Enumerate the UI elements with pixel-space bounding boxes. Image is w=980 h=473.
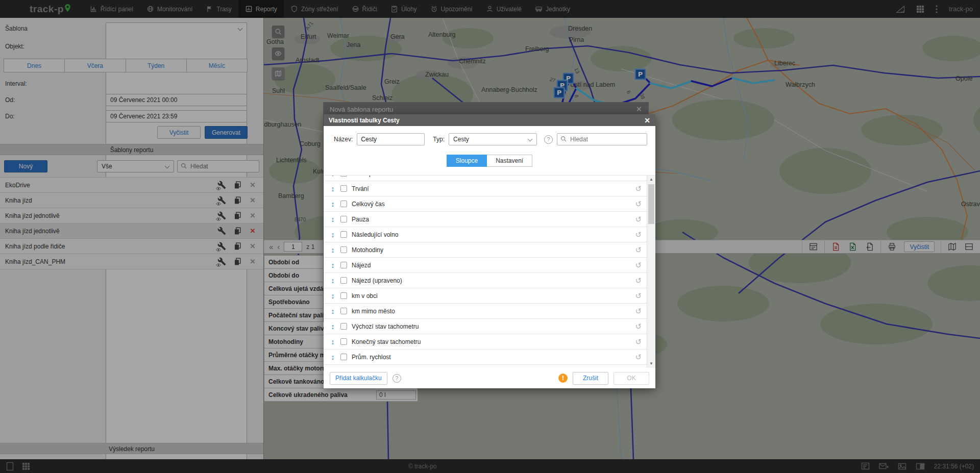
name-label: Název:	[334, 136, 353, 143]
column-list-item[interactable]: ↕ km v obci ↺	[324, 288, 647, 304]
column-label: km v obci	[352, 292, 378, 300]
column-label: Konečný stav tachometru	[352, 338, 421, 345]
column-list-item[interactable]: ↕ Nájezd ↺	[324, 258, 647, 273]
column-checkbox[interactable]	[340, 354, 347, 360]
column-list-item[interactable]: ↕ Celkový čas ↺	[324, 196, 647, 212]
drag-updown-icon[interactable]: ↕	[330, 215, 336, 223]
column-list-item[interactable]: ↕ Prům. rychlost ↺	[324, 350, 647, 365]
drag-updown-icon[interactable]: ↕	[330, 307, 336, 315]
column-list-item[interactable]: ↕ Nájezd (upraveno) ↺	[324, 273, 647, 288]
column-checkbox[interactable]	[340, 201, 347, 207]
column-label: Motohodiny	[352, 246, 383, 254]
column-label: Počet pasažérů	[352, 175, 394, 177]
column-label: Nájezd	[352, 262, 371, 269]
cancel-button[interactable]: Zrušit	[573, 372, 608, 385]
column-label: Pauza	[352, 216, 369, 223]
column-search-input[interactable]	[569, 135, 644, 143]
column-list-item[interactable]: ↕ Trvání ↺	[324, 181, 647, 196]
undo-icon[interactable]: ↺	[635, 200, 642, 208]
column-checkbox[interactable]	[340, 185, 347, 192]
column-list-item[interactable]: ↕ Počet pasažérů ↺	[324, 175, 647, 181]
column-label: Prům. rychlost	[352, 354, 391, 361]
drag-updown-icon[interactable]: ↕	[330, 338, 336, 346]
drag-updown-icon[interactable]: ↕	[330, 246, 336, 254]
drag-updown-icon[interactable]: ↕	[330, 231, 336, 239]
undo-icon[interactable]: ↺	[635, 175, 642, 177]
column-checkbox[interactable]	[340, 216, 347, 222]
column-list-item[interactable]: ↕ Výchozí stav tachometru ↺	[324, 319, 647, 334]
drag-updown-icon[interactable]: ↕	[330, 185, 336, 193]
drag-updown-icon[interactable]: ↕	[330, 175, 336, 178]
column-list-container: ↕ Počet pasažérů ↺ ↕ Trvání ↺ ↕ Celkový …	[324, 175, 655, 368]
warning-icon: !	[558, 374, 568, 383]
undo-icon[interactable]: ↺	[635, 322, 642, 330]
column-search-box	[557, 133, 647, 145]
column-checkbox[interactable]	[340, 277, 347, 284]
table-type-value: Cesty	[453, 136, 469, 143]
column-label: Celkový čas	[352, 201, 385, 208]
tab-sloupce[interactable]: Sloupce	[447, 155, 487, 167]
table-properties-form: Název: Typ: Cesty ?	[324, 126, 655, 152]
help-icon[interactable]: ?	[393, 374, 401, 383]
drag-updown-icon[interactable]: ↕	[330, 322, 336, 331]
drag-updown-icon[interactable]: ↕	[330, 277, 336, 285]
column-checkbox[interactable]	[340, 246, 347, 253]
column-label: Nájezd (upraveno)	[352, 277, 402, 284]
undo-icon[interactable]: ↺	[635, 246, 642, 254]
undo-icon[interactable]: ↺	[635, 338, 642, 345]
dialog-tabs: SloupceNastavení	[324, 152, 655, 175]
dialog-titlebar: Vlastnosti tabulky Cesty ✕	[324, 114, 655, 126]
scrollbar-thumb[interactable]	[648, 184, 654, 224]
undo-icon[interactable]: ↺	[635, 307, 642, 315]
undo-icon[interactable]: ↺	[635, 353, 642, 361]
column-checkbox[interactable]	[340, 231, 347, 238]
undo-icon[interactable]: ↺	[635, 215, 642, 223]
undo-icon[interactable]: ↺	[635, 277, 642, 284]
app-root: track-p Řídící panel Monitorování Trasy …	[0, 0, 980, 473]
column-checkbox[interactable]	[340, 175, 347, 177]
column-list-item[interactable]: ↕ km mimo město ↺	[324, 304, 647, 319]
column-checkbox[interactable]	[340, 292, 347, 299]
column-list-item[interactable]: ↕ Konečný stav tachometru ↺	[324, 334, 647, 350]
scroll-up-icon[interactable]: ▲	[647, 176, 655, 184]
add-calculator-button[interactable]: Přidat kalkulačku	[330, 372, 387, 385]
scroll-down-icon[interactable]: ▼	[647, 360, 655, 368]
chevron-down-icon	[528, 137, 533, 142]
drag-updown-icon[interactable]: ↕	[330, 261, 336, 269]
drag-updown-icon[interactable]: ↕	[330, 353, 336, 361]
undo-icon[interactable]: ↺	[635, 185, 642, 192]
help-icon[interactable]: ?	[544, 135, 553, 144]
type-label: Typ:	[433, 136, 445, 143]
column-checkbox[interactable]	[340, 323, 347, 330]
drag-updown-icon[interactable]: ↕	[330, 292, 336, 300]
dialog-title: Vlastnosti tabulky Cesty	[329, 117, 400, 124]
column-label: Trvání	[352, 185, 369, 192]
undo-icon[interactable]: ↺	[635, 231, 642, 238]
column-label: Výchozí stav tachometru	[352, 323, 419, 330]
column-list-item[interactable]: ↕ Pauza ↺	[324, 212, 647, 227]
column-label: km mimo město	[352, 308, 395, 315]
column-label: Následující volno	[352, 231, 398, 238]
search-icon	[560, 135, 567, 144]
scrollbar[interactable]: ▲ ▼	[647, 176, 655, 368]
column-list-item[interactable]: ↕ Motohodiny ↺	[324, 242, 647, 258]
dialog-footer: Přidat kalkulačku ? ! Zrušit OK	[324, 368, 655, 388]
table-properties-dialog: Vlastnosti tabulky Cesty ✕ Název: Typ: C…	[324, 114, 655, 388]
undo-icon[interactable]: ↺	[635, 261, 642, 269]
close-icon[interactable]: ✕	[644, 116, 650, 125]
column-checkbox[interactable]	[340, 338, 347, 345]
undo-icon[interactable]: ↺	[635, 292, 642, 300]
tab-nastavení[interactable]: Nastavení	[487, 155, 532, 167]
column-checkbox[interactable]	[340, 262, 347, 268]
column-list: ↕ Počet pasažérů ↺ ↕ Trvání ↺ ↕ Celkový …	[324, 175, 647, 365]
drag-updown-icon[interactable]: ↕	[330, 200, 336, 208]
table-type-select[interactable]: Cesty	[449, 133, 537, 145]
column-checkbox[interactable]	[340, 308, 347, 314]
table-name-input[interactable]	[357, 133, 425, 145]
ok-button[interactable]: OK	[614, 372, 649, 385]
column-list-item[interactable]: ↕ Následující volno ↺	[324, 227, 647, 242]
